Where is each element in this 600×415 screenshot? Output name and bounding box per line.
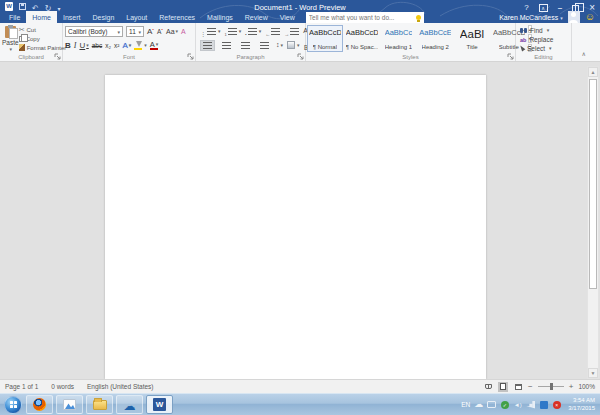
taskbar-photos-button[interactable] — [56, 395, 83, 414]
superscript-button[interactable]: x² — [114, 41, 119, 50]
change-case-button[interactable]: Aa — [166, 27, 178, 36]
style-heading-1[interactable]: AaBbCc Heading 1 — [381, 25, 417, 52]
styles-dialog-launcher[interactable] — [507, 53, 514, 60]
strikethrough-button[interactable]: abc — [92, 41, 102, 50]
style-title[interactable]: AaBl Title — [454, 25, 490, 52]
text-effects-button[interactable]: A — [122, 41, 131, 50]
line-spacing-button[interactable]: ↕ — [276, 41, 283, 49]
tab-references[interactable]: References — [153, 11, 201, 23]
zoom-in-button[interactable]: + — [569, 383, 574, 391]
style-no-spacing[interactable]: AaBbCcDc ¶ No Spac... — [344, 25, 380, 52]
feedback-smiley-icon[interactable] — [585, 12, 595, 22]
font-group: Calibri (Body) 11 A A Aa A B I U abc x₂ … — [63, 23, 196, 61]
status-bar-left: Page 1 of 1 0 words English (United Stat… — [5, 383, 154, 390]
align-right-button[interactable] — [238, 40, 253, 51]
justify-button[interactable] — [257, 40, 272, 51]
select-button[interactable]: Select — [520, 44, 569, 52]
increase-indent-button[interactable] — [284, 22, 299, 40]
taskbar-onedrive-button[interactable] — [116, 395, 143, 414]
shading-bucket-icon — [287, 41, 295, 49]
paste-button[interactable]: Paste — [2, 25, 19, 52]
clipboard-dialog-launcher[interactable] — [54, 53, 61, 60]
tray-app-icon[interactable] — [540, 401, 548, 409]
shading-button[interactable] — [287, 41, 300, 49]
replace-button[interactable]: Replace — [520, 35, 569, 43]
font-dialog-launcher[interactable] — [187, 53, 194, 60]
scroll-down-icon[interactable] — [588, 368, 598, 378]
select-cursor-icon — [519, 44, 526, 51]
tab-layout[interactable]: Layout — [120, 11, 153, 23]
style-name: ¶ Normal — [313, 44, 337, 50]
shrink-font-button[interactable]: A — [157, 27, 163, 36]
clear-formatting-button[interactable]: A — [181, 27, 186, 36]
font-size-value: 11 — [129, 28, 136, 35]
tray-action-center-icon[interactable]: × — [553, 401, 561, 409]
underline-button[interactable]: U — [79, 41, 88, 50]
tell-me-input[interactable] — [309, 14, 416, 21]
collapse-ribbon-icon[interactable] — [582, 50, 586, 57]
multilevel-list-button[interactable] — [245, 22, 261, 40]
bullets-button[interactable] — [200, 22, 221, 40]
system-tray: EN ✓ × 3:54 AM 3/17/2015 — [461, 397, 598, 412]
zoom-slider[interactable] — [538, 386, 564, 387]
page-count[interactable]: Page 1 of 1 — [5, 383, 38, 390]
font-color-button[interactable]: A — [150, 41, 159, 50]
language-status[interactable]: English (United States) — [87, 383, 153, 390]
tell-me-box[interactable] — [306, 12, 424, 23]
style-normal[interactable]: AaBbCcDc ¶ Normal — [307, 25, 343, 52]
clipboard-group: Paste Cut Copy Format Painter Clipboard — [0, 23, 63, 61]
decrease-indent-button[interactable] — [265, 22, 280, 40]
taskbar-clock[interactable]: 3:54 AM 3/17/2015 — [568, 397, 595, 412]
zoom-level[interactable]: 100% — [578, 383, 595, 390]
taskbar-word-button[interactable]: W — [146, 395, 173, 414]
signed-in-user[interactable]: Karen McCandless — [499, 14, 563, 21]
paragraph-dialog-launcher[interactable] — [297, 53, 304, 60]
italic-button[interactable]: I — [74, 41, 77, 50]
taskbar-explorer-button[interactable] — [86, 395, 113, 414]
zoom-out-button[interactable]: − — [528, 383, 533, 391]
numbering-button[interactable] — [225, 22, 242, 40]
font-family-combobox[interactable]: Calibri (Body) — [65, 26, 123, 37]
bold-button[interactable]: B — [65, 41, 71, 50]
styles-group: AaBbCcDc ¶ Normal AaBbCcDc ¶ No Spac... … — [306, 23, 516, 61]
scroll-up-icon[interactable] — [588, 67, 598, 77]
clock-date: 3/17/2015 — [568, 405, 595, 413]
vertical-scrollbar[interactable] — [587, 66, 599, 379]
print-layout-button[interactable] — [498, 382, 508, 392]
clipboard-group-label: Clipboard — [0, 54, 62, 60]
document-page[interactable] — [105, 75, 486, 379]
tab-insert[interactable]: Insert — [57, 11, 87, 23]
text-highlight-button[interactable] — [134, 41, 147, 50]
tab-design[interactable]: Design — [86, 11, 120, 23]
read-mode-button[interactable] — [483, 382, 493, 392]
language-indicator[interactable]: EN — [461, 401, 470, 408]
user-avatar[interactable] — [568, 11, 580, 23]
align-left-button[interactable] — [200, 40, 215, 51]
format-painter-button[interactable]: Format Painter — [19, 43, 67, 52]
tab-file[interactable]: File — [3, 11, 26, 23]
zoom-slider-thumb[interactable] — [550, 383, 553, 390]
grow-font-button[interactable]: A — [147, 27, 154, 36]
tray-display-icon[interactable] — [487, 401, 496, 408]
tray-volume-icon[interactable] — [513, 400, 522, 409]
web-layout-button[interactable] — [513, 382, 523, 392]
chevron-down-icon — [137, 28, 141, 35]
tab-home[interactable]: Home — [26, 11, 57, 23]
font-size-combobox[interactable]: 11 — [126, 26, 144, 37]
find-button[interactable]: Find — [520, 26, 569, 34]
tray-security-icon[interactable]: ✓ — [501, 401, 509, 409]
taskbar-firefox-button[interactable] — [26, 395, 53, 414]
word-count[interactable]: 0 words — [51, 383, 74, 390]
style-heading-2[interactable]: AaBbCcE Heading 2 — [417, 25, 453, 52]
scrollbar-thumb[interactable] — [589, 79, 597, 289]
copy-button[interactable]: Copy — [19, 34, 67, 43]
find-binoculars-icon — [520, 28, 523, 33]
align-center-button[interactable] — [219, 40, 234, 51]
web-layout-icon — [515, 384, 522, 390]
print-layout-icon — [500, 383, 506, 390]
start-button[interactable] — [4, 396, 22, 414]
subscript-button[interactable]: x₂ — [105, 41, 111, 50]
tray-cloud-icon[interactable] — [474, 400, 483, 409]
tray-network-icon[interactable] — [526, 401, 535, 409]
format-painter-icon — [19, 44, 25, 51]
